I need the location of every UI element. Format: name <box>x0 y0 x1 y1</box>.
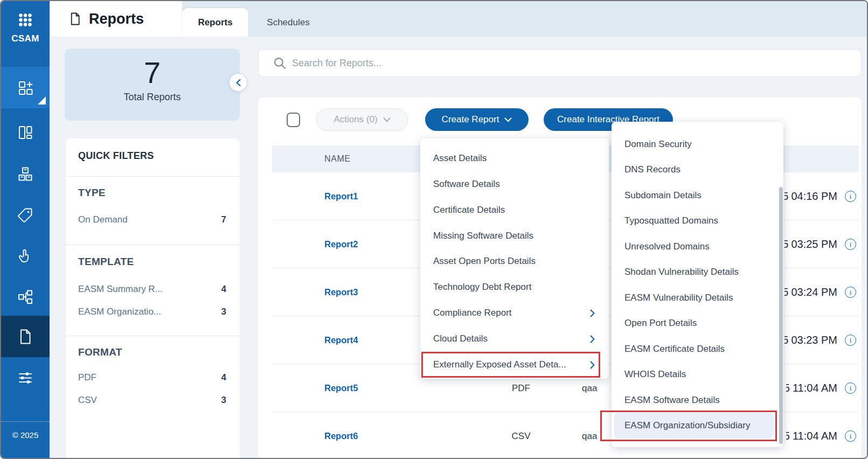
create-report-button[interactable]: Create Report <box>425 108 529 131</box>
report-link[interactable]: Report5 <box>324 364 358 412</box>
report-format: CSV <box>489 412 553 459</box>
report-timestamp: 511:04 AM <box>786 364 837 412</box>
submenu-item-open-port-details[interactable]: Open Port Details <box>612 310 783 336</box>
submenu-item-shodan-vulnerability-details[interactable]: Shodan Vulnerability Details <box>612 259 783 284</box>
filter-section-type: TYPE <box>78 187 106 199</box>
filter-easm-organization[interactable]: EASM Organizatio... 3 <box>78 307 226 319</box>
apps-plus-icon <box>17 79 34 96</box>
report-link[interactable]: Report6 <box>324 412 358 459</box>
info-icon[interactable]: i <box>845 239 856 250</box>
menu-item-asset-open-ports-details[interactable]: Asset Open Ports Details <box>420 248 609 274</box>
menu-item-certificate-details[interactable]: Certificate Details <box>420 197 609 223</box>
sidebar-item-network[interactable] <box>1 276 50 317</box>
menu-item-compliance-report[interactable]: Compliance Report <box>420 300 609 326</box>
sidebar: CSAM <box>1 1 50 458</box>
report-link[interactable]: Report4 <box>324 316 358 364</box>
sidebar-item-responses[interactable] <box>1 235 50 276</box>
total-reports-card[interactable]: 7 Total Reports <box>65 48 240 121</box>
page-title: Reports <box>89 11 144 27</box>
column-header-name: NAME <box>324 154 351 164</box>
tab-reports[interactable]: Reports <box>182 8 248 37</box>
org-chart-icon <box>17 288 34 305</box>
filter-csv[interactable]: CSV 3 <box>78 395 226 408</box>
sidebar-item-dashboard[interactable] <box>1 112 50 153</box>
divider <box>66 176 240 177</box>
filter-on-demand[interactable]: On Demand 7 <box>78 214 226 227</box>
info-icon[interactable]: i <box>845 382 856 394</box>
submenu-item-easm-vulnerability-details[interactable]: EASM Vulnerability Details <box>612 285 783 310</box>
tab-schedules[interactable]: Schedules <box>251 8 326 37</box>
report-link[interactable]: Report1 <box>324 172 358 220</box>
select-all-checkbox[interactable] <box>287 113 300 127</box>
sidebar-divider <box>1 421 50 422</box>
submenu-item-domain-security[interactable]: Domain Security <box>612 131 783 157</box>
filter-count: 3 <box>221 395 226 406</box>
create-report-menu: Asset Details Software Details Certifica… <box>420 138 609 379</box>
filter-pdf[interactable]: PDF 4 <box>78 372 226 385</box>
report-link[interactable]: Report2 <box>324 220 358 268</box>
filter-count: 4 <box>221 372 226 383</box>
externally-exposed-submenu: Domain Security DNS Records Subdomain De… <box>612 122 783 447</box>
total-reports-label: Total Reports <box>65 92 240 103</box>
filter-section-format: FORMAT <box>78 346 122 358</box>
submenu-item-unresolved-domains[interactable]: Unresolved Domains <box>612 234 783 259</box>
info-icon[interactable]: i <box>845 287 856 298</box>
filter-count: 4 <box>221 284 226 295</box>
submenu-item-easm-organization-subsidiary[interactable]: EASM Organization/Subsidiary <box>614 413 774 439</box>
report-timestamp: 511:04 AM <box>786 412 837 459</box>
menu-item-externally-exposed-asset-details[interactable]: Externally Exposed Asset Deta... <box>420 352 609 378</box>
menu-item-technology-debt-report[interactable]: Technology Debt Report <box>420 274 609 300</box>
app-launcher[interactable]: CSAM <box>1 11 50 44</box>
tag-icon <box>17 206 34 224</box>
menu-item-cloud-details[interactable]: Cloud Details <box>420 326 609 352</box>
info-icon[interactable]: i <box>845 335 856 346</box>
report-page-icon <box>68 11 82 27</box>
sidebar-item-settings[interactable] <box>1 357 50 398</box>
report-timestamp: 503:23 PM <box>784 316 837 364</box>
menu-item-missing-software-details[interactable]: Missing Software Details <box>420 223 609 249</box>
copyright: © 2025 <box>1 430 50 440</box>
report-timestamp: 504:16 PM <box>784 172 837 220</box>
sidebar-item-tags[interactable] <box>1 194 50 235</box>
info-icon[interactable]: i <box>845 430 856 442</box>
sliders-icon <box>17 369 34 386</box>
filter-count: 3 <box>221 307 226 317</box>
info-icon[interactable]: i <box>845 191 856 202</box>
submenu-item-subdomain-details[interactable]: Subdomain Details <box>612 183 783 208</box>
quick-filters-title: QUICK FILTERS <box>78 150 154 162</box>
page-header: Reports <box>50 1 182 37</box>
sidebar-item-modules[interactable] <box>1 67 50 108</box>
report-timestamp: 503:25 PM <box>784 220 837 268</box>
expand-corner-indicator <box>38 96 46 105</box>
collapse-panel-button[interactable] <box>229 73 247 92</box>
filter-section-template: TEMPLATE <box>78 256 134 268</box>
sidebar-item-reports[interactable] <box>1 316 50 357</box>
submenu-item-easm-certificate-details[interactable]: EASM Certificate Details <box>612 336 783 361</box>
menu-item-software-details[interactable]: Software Details <box>420 171 609 197</box>
divider <box>66 336 240 336</box>
submenu-item-dns-records[interactable]: DNS Records <box>612 157 783 182</box>
sidebar-item-inventory[interactable] <box>1 153 50 194</box>
chevron-left-icon <box>235 79 241 87</box>
submenu-item-typosquatted-domains[interactable]: Typosquatted Domains <box>612 208 783 233</box>
document-icon <box>17 328 34 345</box>
search-bar <box>258 49 862 77</box>
chevron-down-icon <box>504 117 512 122</box>
submenu-arrow-icon <box>590 361 595 369</box>
hand-pointer-icon <box>17 247 34 265</box>
dashboard-icon <box>17 124 34 141</box>
submenu-item-whois-details[interactable]: WHOIS Details <box>612 361 783 387</box>
submenu-item-easm-software-details[interactable]: EASM Software Details <box>612 387 783 413</box>
submenu-scrollbar[interactable] <box>779 187 783 444</box>
search-icon <box>273 57 287 70</box>
filter-count: 7 <box>221 214 226 225</box>
filter-easm-summary[interactable]: EASM Summary R... 4 <box>78 284 226 297</box>
grid-dots-icon <box>16 11 34 29</box>
menu-item-asset-details[interactable]: Asset Details <box>420 145 609 171</box>
search-input[interactable] <box>292 58 777 69</box>
actions-button[interactable]: Actions (0) <box>316 108 408 131</box>
report-link[interactable]: Report3 <box>324 268 358 316</box>
divider <box>66 245 240 245</box>
submenu-arrow-icon <box>590 335 595 343</box>
app-name: CSAM <box>1 33 50 44</box>
